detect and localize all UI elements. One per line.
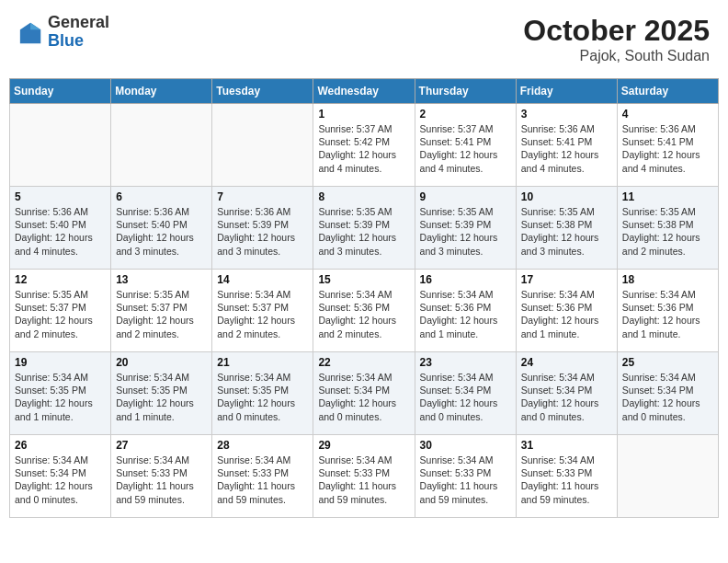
day-info: Sunrise: 5:34 AM Sunset: 5:36 PM Dayligh…: [622, 288, 713, 340]
weekday-header-monday: Monday: [111, 79, 212, 104]
page-title: October 2025: [523, 14, 710, 48]
calendar-cell: 27Sunrise: 5:34 AM Sunset: 5:33 PM Dayli…: [111, 435, 212, 518]
calendar-cell: 21Sunrise: 5:34 AM Sunset: 5:35 PM Dayli…: [212, 352, 313, 435]
day-number: 18: [622, 273, 713, 286]
calendar-cell: 20Sunrise: 5:34 AM Sunset: 5:35 PM Dayli…: [111, 352, 212, 435]
calendar-cell: [617, 435, 718, 518]
logo-icon: [18, 19, 44, 45]
day-info: Sunrise: 5:34 AM Sunset: 5:35 PM Dayligh…: [116, 371, 207, 423]
calendar-cell: [10, 104, 111, 187]
day-info: Sunrise: 5:35 AM Sunset: 5:39 PM Dayligh…: [420, 205, 511, 258]
day-info: Sunrise: 5:34 AM Sunset: 5:34 PM Dayligh…: [420, 371, 511, 423]
day-info: Sunrise: 5:34 AM Sunset: 5:33 PM Dayligh…: [217, 454, 308, 506]
calendar-week-5: 26Sunrise: 5:34 AM Sunset: 5:34 PM Dayli…: [10, 435, 719, 518]
calendar-cell: 14Sunrise: 5:34 AM Sunset: 5:37 PM Dayli…: [212, 270, 313, 352]
day-info: Sunrise: 5:37 AM Sunset: 5:42 PM Dayligh…: [318, 122, 409, 175]
calendar-week-1: 1Sunrise: 5:37 AM Sunset: 5:42 PM Daylig…: [10, 104, 719, 187]
day-info: Sunrise: 5:34 AM Sunset: 5:35 PM Dayligh…: [217, 371, 308, 423]
day-number: 16: [420, 273, 511, 286]
day-number: 2: [420, 108, 511, 121]
day-info: Sunrise: 5:34 AM Sunset: 5:33 PM Dayligh…: [521, 454, 612, 506]
logo-general: General: [48, 14, 109, 32]
title-block: October 2025 Pajok, South Sudan: [523, 14, 710, 64]
weekday-header-row: SundayMondayTuesdayWednesdayThursdayFrid…: [10, 79, 719, 104]
day-number: 10: [521, 190, 612, 203]
weekday-header-tuesday: Tuesday: [212, 79, 313, 104]
calendar-cell: 23Sunrise: 5:34 AM Sunset: 5:34 PM Dayli…: [415, 352, 516, 435]
day-info: Sunrise: 5:35 AM Sunset: 5:39 PM Dayligh…: [318, 205, 409, 258]
day-info: Sunrise: 5:36 AM Sunset: 5:40 PM Dayligh…: [116, 205, 207, 258]
day-number: 7: [217, 190, 308, 203]
day-number: 4: [622, 108, 713, 121]
calendar-cell: 13Sunrise: 5:35 AM Sunset: 5:37 PM Dayli…: [111, 270, 212, 352]
day-info: Sunrise: 5:34 AM Sunset: 5:33 PM Dayligh…: [420, 454, 511, 506]
calendar-cell: 15Sunrise: 5:34 AM Sunset: 5:36 PM Dayli…: [313, 270, 415, 352]
day-info: Sunrise: 5:36 AM Sunset: 5:40 PM Dayligh…: [15, 205, 106, 258]
day-number: 29: [318, 439, 409, 452]
calendar-cell: 8Sunrise: 5:35 AM Sunset: 5:39 PM Daylig…: [313, 187, 415, 270]
day-number: 20: [116, 356, 207, 369]
day-info: Sunrise: 5:36 AM Sunset: 5:39 PM Dayligh…: [217, 205, 308, 258]
day-info: Sunrise: 5:35 AM Sunset: 5:37 PM Dayligh…: [116, 288, 207, 340]
day-number: 25: [622, 356, 713, 369]
calendar-cell: 29Sunrise: 5:34 AM Sunset: 5:33 PM Dayli…: [313, 435, 415, 518]
calendar-week-2: 5Sunrise: 5:36 AM Sunset: 5:40 PM Daylig…: [10, 187, 719, 270]
day-number: 5: [15, 190, 106, 203]
calendar-cell: 17Sunrise: 5:34 AM Sunset: 5:36 PM Dayli…: [516, 270, 617, 352]
calendar-cell: 28Sunrise: 5:34 AM Sunset: 5:33 PM Dayli…: [212, 435, 313, 518]
weekday-header-thursday: Thursday: [415, 79, 516, 104]
day-info: Sunrise: 5:34 AM Sunset: 5:35 PM Dayligh…: [15, 371, 106, 423]
day-number: 1: [318, 108, 409, 121]
day-number: 8: [318, 190, 409, 203]
day-number: 22: [318, 356, 409, 369]
day-number: 19: [15, 356, 106, 369]
calendar-body: 1Sunrise: 5:37 AM Sunset: 5:42 PM Daylig…: [10, 104, 719, 518]
day-number: 15: [318, 273, 409, 286]
day-info: Sunrise: 5:34 AM Sunset: 5:34 PM Dayligh…: [622, 371, 713, 423]
day-number: 17: [521, 273, 612, 286]
calendar-week-4: 19Sunrise: 5:34 AM Sunset: 5:35 PM Dayli…: [10, 352, 719, 435]
calendar-cell: 6Sunrise: 5:36 AM Sunset: 5:40 PM Daylig…: [111, 187, 212, 270]
day-info: Sunrise: 5:37 AM Sunset: 5:41 PM Dayligh…: [420, 122, 511, 175]
calendar-cell: 19Sunrise: 5:34 AM Sunset: 5:35 PM Dayli…: [10, 352, 111, 435]
weekday-header-friday: Friday: [516, 79, 617, 104]
calendar-cell: 25Sunrise: 5:34 AM Sunset: 5:34 PM Dayli…: [617, 352, 718, 435]
svg-marker-0: [20, 23, 40, 43]
calendar-cell: 9Sunrise: 5:35 AM Sunset: 5:39 PM Daylig…: [415, 187, 516, 270]
calendar-cell: 12Sunrise: 5:35 AM Sunset: 5:37 PM Dayli…: [10, 270, 111, 352]
calendar-cell: 5Sunrise: 5:36 AM Sunset: 5:40 PM Daylig…: [10, 187, 111, 270]
day-info: Sunrise: 5:34 AM Sunset: 5:34 PM Dayligh…: [15, 454, 106, 506]
calendar-cell: 11Sunrise: 5:35 AM Sunset: 5:38 PM Dayli…: [617, 187, 718, 270]
calendar-cell: 3Sunrise: 5:36 AM Sunset: 5:41 PM Daylig…: [516, 104, 617, 187]
day-info: Sunrise: 5:34 AM Sunset: 5:34 PM Dayligh…: [318, 371, 409, 423]
day-number: 23: [420, 356, 511, 369]
calendar-cell: 1Sunrise: 5:37 AM Sunset: 5:42 PM Daylig…: [313, 104, 415, 187]
day-info: Sunrise: 5:34 AM Sunset: 5:34 PM Dayligh…: [521, 371, 612, 423]
calendar-cell: 7Sunrise: 5:36 AM Sunset: 5:39 PM Daylig…: [212, 187, 313, 270]
page-subtitle: Pajok, South Sudan: [523, 48, 710, 64]
day-number: 12: [15, 273, 106, 286]
day-number: 11: [622, 190, 713, 203]
day-info: Sunrise: 5:36 AM Sunset: 5:41 PM Dayligh…: [521, 122, 612, 175]
calendar-cell: 30Sunrise: 5:34 AM Sunset: 5:33 PM Dayli…: [415, 435, 516, 518]
header: General Blue October 2025 Pajok, South S…: [9, 9, 719, 69]
day-number: 9: [420, 190, 511, 203]
calendar-cell: 16Sunrise: 5:34 AM Sunset: 5:36 PM Dayli…: [415, 270, 516, 352]
day-info: Sunrise: 5:35 AM Sunset: 5:38 PM Dayligh…: [521, 205, 612, 258]
calendar-table: SundayMondayTuesdayWednesdayThursdayFrid…: [9, 78, 719, 518]
weekday-header-sunday: Sunday: [10, 79, 111, 104]
day-info: Sunrise: 5:34 AM Sunset: 5:33 PM Dayligh…: [318, 454, 409, 506]
day-number: 26: [15, 439, 106, 452]
logo-blue: Blue: [48, 32, 109, 51]
day-number: 28: [217, 439, 308, 452]
day-number: 30: [420, 439, 511, 452]
day-info: Sunrise: 5:34 AM Sunset: 5:36 PM Dayligh…: [420, 288, 511, 340]
day-info: Sunrise: 5:34 AM Sunset: 5:36 PM Dayligh…: [521, 288, 612, 340]
calendar-cell: 4Sunrise: 5:36 AM Sunset: 5:41 PM Daylig…: [617, 104, 718, 187]
day-number: 31: [521, 439, 612, 452]
day-info: Sunrise: 5:35 AM Sunset: 5:37 PM Dayligh…: [15, 288, 106, 340]
calendar-cell: 22Sunrise: 5:34 AM Sunset: 5:34 PM Dayli…: [313, 352, 415, 435]
day-info: Sunrise: 5:34 AM Sunset: 5:37 PM Dayligh…: [217, 288, 308, 340]
svg-marker-1: [30, 23, 40, 29]
calendar-cell: [212, 104, 313, 187]
